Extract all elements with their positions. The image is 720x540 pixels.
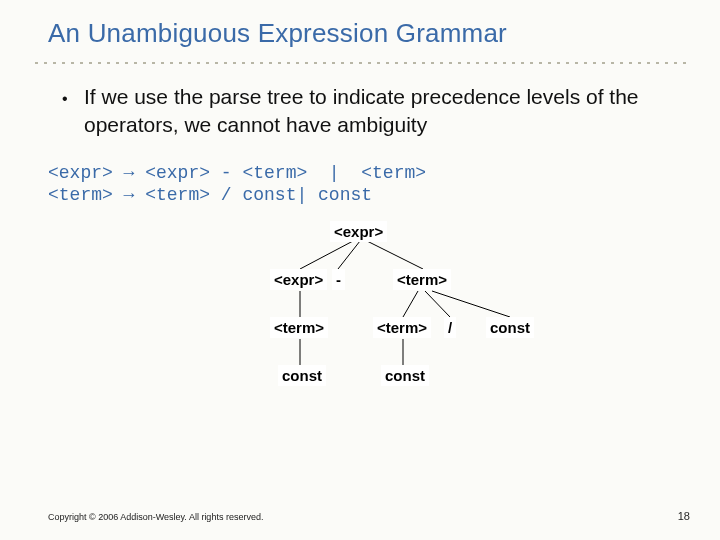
tree-node-const-rll: const [381,365,429,386]
svg-line-5 [425,291,450,317]
parse-tree: <expr> <expr> - <term> <term> <term> / c… [0,217,720,417]
tree-edges [0,217,720,417]
svg-line-6 [432,291,510,317]
tree-node-term-rl: <term> [373,317,431,338]
grammar-line-2: <term> → <term> / const| const [48,185,372,205]
tree-node-const-lll: const [278,365,326,386]
tree-node-slash: / [444,317,456,338]
grammar-line-1: <expr> → <expr> - <term> | <term> [48,163,426,183]
svg-line-1 [338,241,360,269]
grammar-block: <expr> → <expr> - <term> | <term> <term>… [0,140,720,207]
divider-dots [32,61,688,65]
svg-line-4 [403,291,418,317]
tree-node-term-right: <term> [393,269,451,290]
bullet-text: If we use the parse tree to indicate pre… [84,83,660,140]
tree-node-expr-root: <expr> [330,221,387,242]
svg-line-2 [367,241,423,269]
svg-line-0 [300,241,353,269]
copyright-text: Copyright © 2006 Addison-Wesley. All rig… [48,512,263,522]
bullet-item: • If we use the parse tree to indicate p… [0,83,720,140]
bullet-marker: • [62,83,84,140]
tree-node-minus: - [332,269,345,290]
tree-node-term-ll: <term> [270,317,328,338]
tree-node-expr-left: <expr> [270,269,327,290]
slide-title: An Unambiguous Expression Grammar [0,0,720,59]
page-number: 18 [678,510,690,522]
tree-node-const-rr: const [486,317,534,338]
